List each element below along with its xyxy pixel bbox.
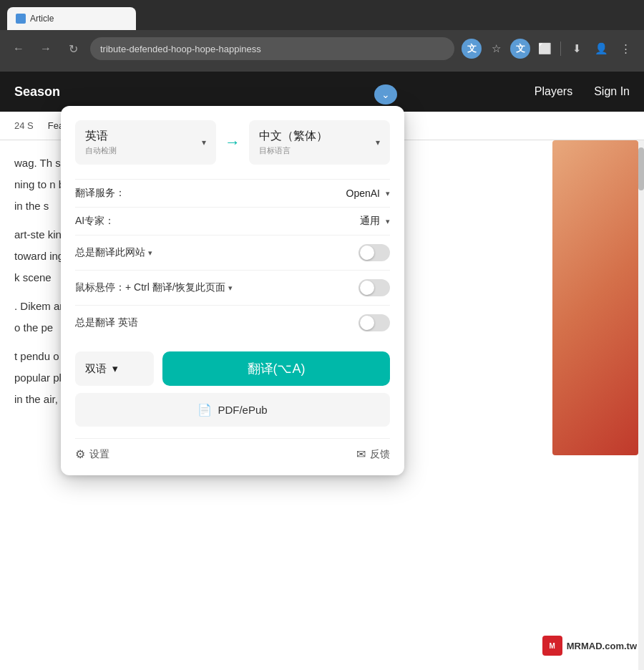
settings-link[interactable]: ⚙ 设置 [75,447,109,461]
feedback-link[interactable]: ✉ 反馈 [356,447,390,461]
service-dropdown-arrow: ▾ [386,189,390,198]
feedback-label: 反馈 [370,448,390,461]
address-bar: ← → ↻ 文 ☆ 文 ⬜ ⬇ 👤 ⋮ [0,30,644,67]
ai-dropdown-arrow: ▾ [386,217,390,226]
service-selector[interactable]: OpenAI ▾ [346,188,390,199]
gear-icon: ⚙ [75,447,85,461]
toggle2-switch[interactable] [358,279,390,296]
toggle3-switch[interactable] [358,314,390,331]
page-translate-button[interactable]: 文 [510,39,530,59]
panel-chevron-icon: ⌄ [381,89,390,100]
service-label: 翻译服务： [75,187,346,200]
toggle3-label: 总是翻译 英语 [75,316,358,329]
bilingual-label: 双语 [85,362,107,376]
pdf-epub-button[interactable]: 📄 PDF/ePub [75,393,390,427]
source-lang-content: 英语 自动检测 [85,129,117,156]
ai-row: AI专家： 通用 ▾ [75,207,390,235]
panel-handle[interactable]: ⌄ [374,84,397,105]
toolbar-icons: 文 ☆ 文 ⬜ ⬇ 👤 ⋮ [462,39,635,59]
ai-label: AI专家： [75,215,360,228]
target-language-selector[interactable]: 中文（繁体） 目标语言 ▾ [249,120,390,165]
nav-players[interactable]: Players [535,85,572,98]
scrollbar-thumb[interactable] [638,147,644,190]
ai-selector[interactable]: 通用 ▾ [360,215,390,228]
target-lang-sub: 目标语言 [259,145,328,156]
service-row: 翻译服务： OpenAI ▾ [75,179,390,207]
translate-btn-label: 翻译(⌥A) [248,360,306,377]
download-icon: ⬇ [572,42,582,55]
page-translate-icon: 文 [516,42,525,55]
toggle-row-3: 总是翻译 英语 [75,305,390,340]
toggle1-label: 总是翻译此网站 ▾ [75,246,358,259]
target-lang-content: 中文（繁体） 目标语言 [259,129,328,156]
more-icon: ⋮ [620,42,631,55]
star-icon: ☆ [492,42,501,55]
toggle-row-1: 总是翻译此网站 ▾ [75,235,390,270]
toggle-row-2: 鼠标悬停：+ Ctrl 翻译/恢复此页面 ▾ [75,270,390,305]
source-lang-name: 英语 [85,129,117,144]
refresh-button[interactable]: ↻ [63,39,83,59]
star-button[interactable]: ☆ [486,39,506,59]
extension-button[interactable]: ⬜ [535,39,555,59]
tab-favicon [16,14,26,24]
scrollbar-track[interactable] [638,140,644,670]
swap-arrow: → [225,133,240,152]
target-lang-arrow: ▾ [376,137,380,147]
panel-footer: ⚙ 设置 ✉ 反馈 [75,438,390,461]
language-row: 英语 自动检测 ▾ → 中文（繁体） 目标语言 ▾ [75,120,390,165]
bilingual-selector[interactable]: 双语 ▾ [75,351,154,386]
nav-signin[interactable]: Sign In [594,85,630,98]
forward-button[interactable]: → [36,39,56,59]
mail-icon: ✉ [356,447,366,461]
subnav-date: 24 S [14,120,34,131]
watermark: M MRMAD.com.tw [542,636,637,656]
back-button[interactable]: ← [9,39,29,59]
service-value: OpenAI [346,188,380,199]
ai-value: 通用 [360,215,380,228]
site-brand: Season [14,84,60,99]
pdf-icon: 📄 [197,403,212,417]
pdf-btn-label: PDF/ePub [218,404,267,416]
watermark-logo: M [542,636,562,656]
source-lang-arrow: ▾ [202,137,206,147]
translate-icon: 文 [467,42,477,55]
user-icon: 👤 [595,42,608,55]
side-image [552,140,638,455]
action-row: 双语 ▾ 翻译(⌥A) [75,351,390,386]
translation-panel: ⌄ 英语 自动检测 ▾ → 中文（繁体） 目标语言 ▾ 翻译服务： OpenAI… [61,106,404,475]
browser-tab[interactable]: Article [7,7,136,30]
toolbar-separator [560,42,561,56]
translate-icon-button[interactable]: 文 [462,39,482,59]
source-lang-sub: 自动检测 [85,145,117,156]
watermark-text: MRMAD.com.tw [567,641,637,651]
toggle1-switch[interactable] [358,244,390,261]
bilingual-arrow: ▾ [112,362,118,375]
toggle2-label: 鼠标悬停：+ Ctrl 翻译/恢复此页面 ▾ [75,281,358,294]
settings-label: 设置 [89,448,109,461]
browser-chrome: Article ← → ↻ 文 ☆ 文 ⬜ ⬇ 👤 [0,0,644,72]
toggle1-chevron[interactable]: ▾ [148,248,152,258]
tab-title: Article [30,14,54,24]
toggle2-chevron[interactable]: ▾ [228,283,233,293]
translate-button[interactable]: 翻译(⌥A) [162,351,390,386]
target-lang-name: 中文（繁体） [259,129,328,144]
extension-icon: ⬜ [538,42,552,55]
url-input[interactable] [90,37,454,60]
more-button[interactable]: ⋮ [615,39,635,59]
profile-button[interactable]: 👤 [591,39,611,59]
source-language-selector[interactable]: 英语 自动检测 ▾ [75,120,216,165]
download-button[interactable]: ⬇ [567,39,587,59]
tab-bar: Article [0,0,644,30]
